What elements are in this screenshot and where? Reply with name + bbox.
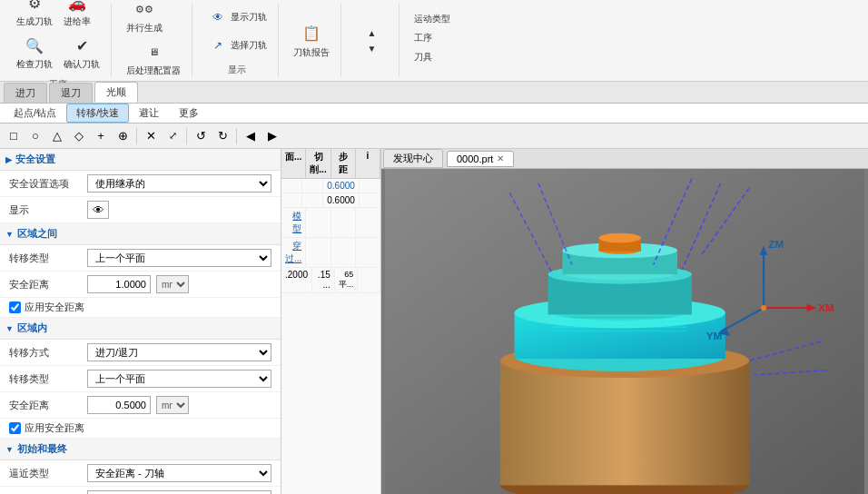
cell-cut-5: .15 ... bbox=[312, 268, 335, 292]
svg-text:XM: XM bbox=[818, 301, 833, 313]
parallel-gen-btn[interactable]: ⚙⚙ 并行生成 bbox=[123, 0, 166, 36]
within-safe-unit-select[interactable]: mm bbox=[156, 396, 189, 414]
tool-btn[interactable]: 刀具 bbox=[410, 49, 436, 65]
cell-face-through[interactable]: 穿过... bbox=[281, 238, 306, 267]
col-cut: 切削... bbox=[306, 149, 330, 178]
separator-3 bbox=[236, 128, 237, 144]
within-safe-distance-input[interactable] bbox=[87, 396, 151, 414]
within-apply-safe-check[interactable] bbox=[9, 422, 21, 434]
safety-section-header[interactable]: ▶ 安全设置 bbox=[0, 149, 281, 171]
show-toolpath-btn[interactable]: 👁 显示刀轨 bbox=[203, 5, 271, 30]
redo-icon[interactable]: ↻ bbox=[212, 126, 232, 146]
cell-info-model bbox=[356, 208, 380, 237]
cell-cut-1 bbox=[302, 179, 323, 193]
transfer-type-select[interactable]: 上一个平面 bbox=[87, 249, 271, 267]
table-row: 模型 bbox=[281, 208, 380, 238]
tab-more[interactable]: 更多 bbox=[169, 104, 209, 123]
rect-icon[interactable]: □ bbox=[4, 126, 24, 146]
primary-tab-bar: 进刀 退刀 光顺 bbox=[0, 82, 868, 104]
cell-face-5: .2000 bbox=[281, 268, 312, 292]
generate-icon: ⚙ bbox=[24, 0, 45, 14]
delete-icon[interactable]: ✕ bbox=[141, 126, 161, 146]
canvas-area[interactable]: ZM YM XM X UG爱好者论坛 WWW.UGSNX.COM bbox=[381, 169, 868, 494]
cell-cut-2 bbox=[302, 193, 323, 207]
svg-text:YM: YM bbox=[706, 330, 722, 341]
move-icon[interactable]: ⤢ bbox=[163, 126, 182, 146]
apply-safe-distance-row: 应用安全距离 bbox=[0, 298, 281, 318]
tab-enter[interactable]: 进刀 bbox=[4, 83, 47, 103]
cell-face-1 bbox=[281, 179, 302, 193]
safe-distance-row: 安全距离 mm bbox=[0, 272, 281, 298]
discover-center-tab[interactable]: 发现中心 bbox=[383, 149, 443, 168]
tab-retreat[interactable]: 退刀 bbox=[49, 83, 93, 103]
approach-type-select[interactable]: 安全距离 - 刀轴 bbox=[87, 464, 271, 482]
diamond-icon[interactable]: ◇ bbox=[69, 126, 89, 146]
toolbar-report-group: 📋 刀轨报告 bbox=[282, 4, 341, 77]
svg-rect-27 bbox=[553, 330, 687, 331]
check-toolpath-btn[interactable]: 🔍 检查刀轨 bbox=[13, 33, 56, 73]
undo-icon[interactable]: ↺ bbox=[191, 126, 211, 146]
tab-close-btn[interactable]: ✕ bbox=[497, 153, 504, 163]
svg-rect-24 bbox=[553, 319, 687, 321]
toolbar-generate-group: ⚙ 生成刀轨 🚗 进给率 🔍 检查刀轨 ✔ 确认刀轨 工序 bbox=[5, 4, 112, 77]
plus-icon[interactable]: + bbox=[91, 126, 111, 146]
3d-scene-svg: ZM YM XM X bbox=[381, 169, 868, 494]
file-tab[interactable]: 0000.prt ✕ bbox=[447, 151, 514, 167]
col-step: 步距 bbox=[331, 149, 356, 178]
feedrate-icon: 🚗 bbox=[66, 0, 88, 14]
initial-final-header[interactable]: ▼ 初始和最终 bbox=[0, 439, 281, 460]
post-process-btn[interactable]: 🖥 后处理配置器 bbox=[123, 39, 184, 79]
safe-distance-unit-select[interactable]: mm bbox=[156, 275, 189, 293]
process-btn[interactable]: 工序 bbox=[410, 30, 436, 46]
apply-safe-distance-check[interactable] bbox=[9, 301, 21, 313]
parallel-icon: ⚙⚙ bbox=[133, 0, 155, 20]
next-icon[interactable]: ▶ bbox=[262, 126, 282, 146]
nav-up-btn[interactable]: ▲ bbox=[366, 26, 379, 40]
within-transfer-type-select[interactable]: 上一个平面 bbox=[87, 370, 271, 388]
table-row: 0.6000 bbox=[281, 193, 380, 208]
cell-step-1: 0.6000 bbox=[323, 179, 360, 193]
toolbar-nav-group: ▲ ▼ bbox=[345, 4, 399, 77]
add-circle-icon[interactable]: ⊕ bbox=[113, 126, 133, 146]
tab-startpoint[interactable]: 起点/钻点 bbox=[4, 104, 66, 123]
feed-rate-btn[interactable]: 🚗 进给率 bbox=[60, 0, 94, 30]
svg-text:ZM: ZM bbox=[768, 238, 784, 250]
motion-type-btn[interactable]: 运动类型 bbox=[410, 11, 454, 27]
nav-down-btn[interactable]: ▼ bbox=[366, 42, 379, 55]
svg-rect-23 bbox=[553, 314, 687, 316]
safety-options-select[interactable]: 使用继承的 bbox=[87, 174, 271, 193]
transfer-method-select[interactable]: 进刀/退刀 bbox=[87, 343, 271, 361]
cell-info-5 bbox=[358, 268, 380, 292]
separator-1 bbox=[136, 128, 137, 144]
tab-smooth[interactable]: 光顺 bbox=[94, 82, 138, 103]
tab-transfer[interactable]: 转移/快速 bbox=[66, 104, 129, 123]
confirm-icon: ✔ bbox=[71, 35, 93, 56]
post-icon: 🖥 bbox=[143, 41, 164, 63]
select-toolpath-btn[interactable]: ↗ 选择刀轨 bbox=[203, 33, 271, 58]
toolbar-parallel-group: ⚙⚙ 并行生成 🖥 后处理配置器 bbox=[115, 4, 192, 77]
within-transfer-type-row: 转移类型 上一个平面 bbox=[0, 366, 281, 392]
within-apply-safe-row: 应用安全距离 bbox=[0, 419, 281, 439]
tab-avoidance[interactable]: 避让 bbox=[129, 104, 169, 123]
cell-face-model[interactable]: 模型 bbox=[281, 208, 306, 237]
main-layout: ▶ 安全设置 安全设置选项 使用继承的 显示 👁 ▼ 区域之间 转移类型 上一个… bbox=[0, 149, 868, 494]
circle-icon[interactable]: ○ bbox=[25, 126, 45, 146]
generate-toolpath-btn[interactable]: ⚙ 生成刀轨 bbox=[13, 0, 56, 30]
col-face: 面... bbox=[281, 149, 306, 178]
safe-distance-input[interactable] bbox=[87, 275, 151, 293]
tool-report-btn[interactable]: 📋 刀轨报告 bbox=[290, 21, 333, 61]
within-region-header[interactable]: ▼ 区域内 bbox=[0, 318, 281, 340]
triangle-icon[interactable]: △ bbox=[47, 126, 67, 146]
prev-icon[interactable]: ◀ bbox=[241, 126, 261, 146]
middle-panel: 面... 切削... 步距 i 0.6000 0.6000 模型 穿过... bbox=[281, 149, 381, 494]
depart-type-select[interactable]: 安全距离 - 刀轴 bbox=[87, 490, 271, 494]
svg-point-37 bbox=[761, 305, 766, 311]
confirm-toolpath-btn[interactable]: ✔ 确认刀轨 bbox=[60, 33, 104, 73]
separator-2 bbox=[186, 128, 187, 144]
between-regions-header[interactable]: ▼ 区域之间 bbox=[0, 223, 281, 245]
cell-step-2: 0.6000 bbox=[323, 193, 360, 207]
cell-step-model bbox=[331, 208, 356, 237]
approach-type-row: 逼近类型 安全距离 - 刀轴 bbox=[0, 460, 281, 487]
display-eye-btn[interactable]: 👁 bbox=[87, 201, 109, 219]
transfer-method-row: 转移方式 进刀/退刀 bbox=[0, 340, 281, 366]
